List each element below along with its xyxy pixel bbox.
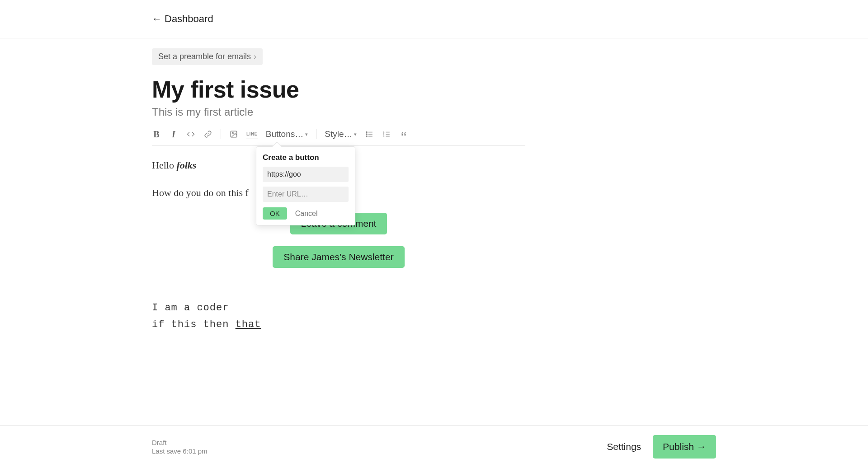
caret-down-icon: ▾ [354,131,357,137]
svg-point-5 [366,131,367,132]
arrow-right-icon: → [697,441,706,452]
last-save-time: Last save 6:01 pm [152,447,607,455]
toolbar-separator [221,129,221,139]
link-button[interactable] [203,129,212,139]
arrow-left-icon: ← [152,14,162,24]
buttons-dropdown[interactable]: Buttons… ▾ [266,129,308,139]
svg-text:3: 3 [383,135,385,137]
share-newsletter-button[interactable]: Share James's Newsletter [273,246,404,268]
formatting-toolbar: B I LINE Buttons… ▾ Style… ▾ 123 [152,129,525,146]
svg-point-6 [366,134,367,135]
bullet-list-icon [365,130,373,138]
set-preamble-button[interactable]: Set a preamble for emails › [152,48,263,65]
text: if this then [152,319,236,330]
svg-point-7 [366,136,367,136]
underlined-text: that [236,319,261,330]
post-subtitle[interactable]: This is my first article [152,106,525,118]
publish-button[interactable]: Publish → [653,435,716,459]
create-button-popover: Create a button OK Cancel [256,146,355,225]
svg-point-1 [232,132,233,134]
bullet-list-button[interactable] [365,129,374,139]
footer-actions: Settings Publish → [607,435,716,459]
button-block: Share James's Newsletter [152,246,525,268]
settings-button[interactable]: Settings [607,441,641,452]
numbered-list-icon: 123 [382,130,391,138]
blockquote-button[interactable] [399,129,408,139]
numbered-list-button[interactable]: 123 [382,129,391,139]
toolbar-separator [316,129,316,139]
footer-bar: Draft Last save 6:01 pm Settings Publish… [0,425,868,468]
buttons-dropdown-label: Buttons… [266,129,303,139]
popover-ok-button[interactable]: OK [263,207,287,220]
popover-cancel-button[interactable]: Cancel [295,210,318,218]
topbar: ← Dashboard [0,0,868,38]
code-line: I am a coder [152,300,525,316]
line-button[interactable]: LINE [246,129,258,139]
quote-icon [400,130,408,138]
image-icon [230,130,238,138]
button-url-input[interactable] [263,187,349,202]
editor-column: Set a preamble for emails › My first iss… [152,38,525,425]
italic-text: folks [176,159,196,171]
post-title[interactable]: My first issue [152,76,525,103]
text: Hello [152,159,176,171]
code-button[interactable] [186,129,195,139]
style-dropdown-label: Style… [325,129,352,139]
chevron-right-icon: › [254,52,256,61]
draft-status: Draft [152,439,607,446]
preamble-label: Set a preamble for emails [158,52,251,61]
footer-status: Draft Last save 6:01 pm [152,439,607,455]
link-icon [204,130,212,138]
style-dropdown[interactable]: Style… ▾ [325,129,357,139]
back-to-dashboard-link[interactable]: ← Dashboard [152,13,213,25]
code-line: if this then that [152,316,525,333]
back-label: Dashboard [165,13,213,25]
button-text-input[interactable] [263,167,349,182]
code-icon [187,130,195,138]
image-button[interactable] [229,129,238,139]
popover-title: Create a button [263,153,349,162]
popover-actions: OK Cancel [263,207,349,220]
italic-button[interactable]: I [169,129,178,139]
code-block[interactable]: I am a coder if this then that [152,300,525,333]
bold-button[interactable]: B [152,129,161,139]
publish-label: Publish [663,441,694,452]
caret-down-icon: ▾ [305,131,308,137]
